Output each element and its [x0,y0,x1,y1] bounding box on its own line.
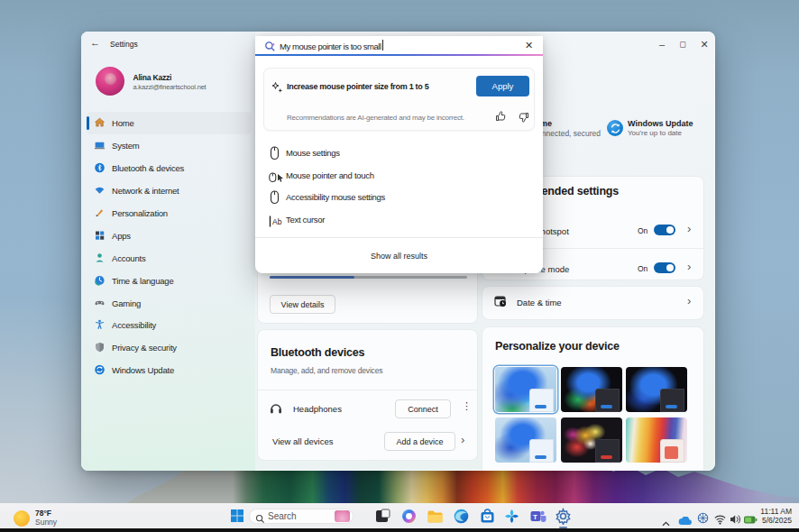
svg-text:T: T [533,513,537,521]
svg-text:Ab: Ab [272,217,282,226]
